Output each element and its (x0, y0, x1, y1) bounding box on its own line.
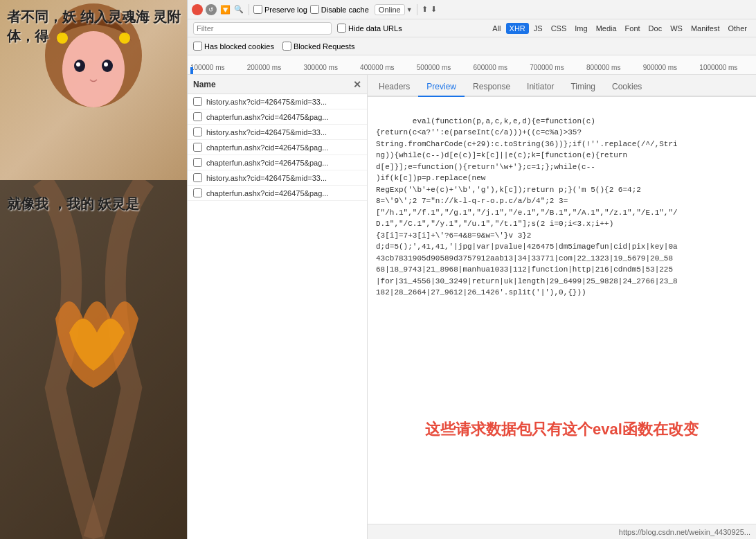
tab-other[interactable]: Other (724, 23, 750, 34)
tab-preview[interactable]: Preview (418, 78, 465, 97)
sep1 (249, 4, 249, 15)
disable-cache-checkbox[interactable]: Disable cache (310, 5, 369, 14)
file-list-header: Name ✕ (188, 75, 367, 94)
toolbar-row2: Hide data URLs All XHR JS CSS Img Media … (188, 19, 756, 37)
tab-headers[interactable]: Headers (370, 78, 418, 97)
preserve-log-checkbox[interactable]: Preserve log (253, 5, 307, 14)
timeline-label-8: 800000 ms (586, 64, 643, 74)
tabs-bar: Headers Preview Response Initiator Timin… (368, 75, 756, 97)
preview-panel: Headers Preview Response Initiator Timin… (368, 75, 756, 539)
tab-all[interactable]: All (489, 23, 504, 34)
svg-point-4 (76, 62, 80, 67)
comic-bg-bottom (0, 180, 187, 539)
tab-media[interactable]: Media (593, 23, 620, 34)
file-list-panel: Name ✕ history.ashx?cid=426475&mid=33...… (188, 75, 368, 539)
file-item-2[interactable]: chapterfun.ashx?cid=426475&pag... (188, 109, 367, 125)
svg-point-5 (104, 62, 108, 67)
status-url: https://blog.csdn.net/weixin_4430925... (619, 528, 750, 536)
toolbar-row1: ↺ 🔽 🔍 Preserve log Disable cache Online … (188, 0, 756, 19)
toolbar-row3: Has blocked cookies Blocked Requests (188, 37, 756, 55)
tab-cookies[interactable]: Cookies (604, 78, 650, 97)
timeline-label-4: 400000 ms (360, 64, 417, 74)
comic-text-bottom: 就像我 ，我的 妖灵是 (7, 194, 139, 213)
timeline-indicator (190, 67, 193, 74)
status-bar: https://blog.csdn.net/weixin_4430925... (368, 524, 756, 539)
tab-img[interactable]: Img (571, 23, 591, 34)
online-selector[interactable]: Online (375, 4, 405, 15)
annotation-text: 这些请求数据包只有这个eval函数在改变 (425, 418, 699, 441)
timeline-labels: 100000 ms 200000 ms 300000 ms 400000 ms … (188, 64, 756, 74)
timeline-label-3: 300000 ms (303, 64, 360, 74)
main-area: Name ✕ history.ashx?cid=426475&mid=33...… (188, 75, 756, 539)
blocked-requests-checkbox[interactable]: Blocked Requests (282, 42, 355, 51)
tab-js[interactable]: JS (530, 23, 546, 34)
import-icon[interactable]: ⬆ (422, 5, 428, 14)
file-item-7[interactable]: chapterfun.ashx?cid=426475&pag... (188, 186, 367, 201)
file-item-6[interactable]: history.ashx?cid=426475&mid=33... (188, 170, 367, 186)
close-panel-button[interactable]: ✕ (353, 79, 361, 90)
tab-xhr[interactable]: XHR (506, 23, 529, 34)
export-icon[interactable]: ⬇ (431, 5, 437, 14)
file-item-3[interactable]: history.ashx?cid=426475&mid=33... (188, 125, 367, 140)
code-text: eval(function(p,a,c,k,e,d){e=function(c)… (376, 117, 678, 297)
comic-text-top: 者不同，妖 纳入灵魂海 灵附体，得 (7, 7, 187, 46)
tab-manifest[interactable]: Manifest (687, 23, 723, 34)
timeline-label-10: 1000000 ms (699, 64, 756, 74)
comic-panel: 者不同，妖 纳入灵魂海 灵附体，得 就像我 ，我的 妖灵是 (0, 0, 187, 539)
record-icon[interactable] (192, 4, 203, 15)
devtools-panel: ↺ 🔽 🔍 Preserve log Disable cache Online … (187, 0, 756, 539)
timeline-bar: 100000 ms 200000 ms 300000 ms 400000 ms … (188, 55, 756, 75)
search-icon[interactable]: 🔍 (233, 4, 244, 15)
tab-initiator[interactable]: Initiator (519, 78, 562, 97)
tab-doc[interactable]: Doc (645, 23, 666, 34)
timeline-label-6: 600000 ms (474, 64, 530, 74)
type-filter-tabs: All XHR JS CSS Img Media Font Doc WS Man… (489, 23, 750, 34)
online-dropdown-icon[interactable]: ▼ (406, 6, 413, 13)
tab-font[interactable]: Font (622, 23, 644, 34)
filter-icon[interactable]: 🔽 (219, 4, 231, 15)
sep2 (417, 4, 417, 15)
tab-response[interactable]: Response (465, 78, 519, 97)
file-item-1[interactable]: history.ashx?cid=426475&mid=33... (188, 94, 367, 109)
timeline-label-7: 700000 ms (530, 64, 586, 74)
timeline-label-2: 200000 ms (247, 64, 304, 74)
timeline-label-9: 900000 ms (643, 64, 700, 74)
file-item-4[interactable]: chapterfun.ashx?cid=426475&pag... (188, 140, 367, 155)
hide-data-urls-checkbox[interactable]: Hide data URLs (337, 24, 402, 33)
code-content: eval(function(p,a,c,k,e,d){e=function(c)… (368, 97, 756, 524)
has-blocked-cookies-checkbox[interactable]: Has blocked cookies (193, 42, 274, 51)
tab-ws[interactable]: WS (667, 23, 686, 34)
file-item-5[interactable]: chapterfun.ashx?cid=426475&pag... (188, 155, 367, 170)
timeline-label-1: 100000 ms (190, 64, 247, 74)
clear-icon[interactable]: ↺ (206, 4, 217, 15)
tab-css[interactable]: CSS (548, 23, 570, 34)
tab-timing[interactable]: Timing (562, 78, 604, 97)
timeline-label-5: 500000 ms (417, 64, 474, 74)
filter-input[interactable] (193, 22, 332, 35)
